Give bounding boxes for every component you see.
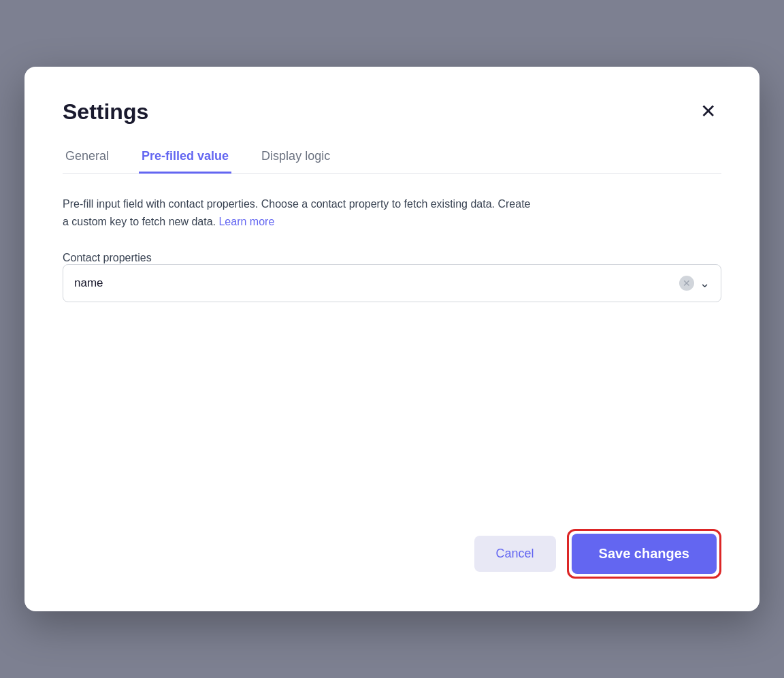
cancel-button[interactable]: Cancel: [474, 536, 556, 572]
modal-header: Settings ✕: [63, 99, 721, 125]
save-button-highlight: Save changes: [567, 529, 721, 579]
select-value: name: [74, 276, 679, 290]
tab-general[interactable]: General: [63, 141, 112, 174]
modal-footer: Cancel Save changes: [63, 496, 721, 579]
close-button[interactable]: ✕: [695, 99, 721, 124]
settings-modal: Settings ✕ General Pre-filled value Disp…: [24, 67, 760, 611]
contact-properties-section: Contact properties name ✕ ⌄: [63, 252, 721, 302]
select-clear-button[interactable]: ✕: [679, 276, 694, 291]
learn-more-link[interactable]: Learn more: [218, 216, 274, 227]
modal-title: Settings: [63, 99, 148, 125]
save-changes-button[interactable]: Save changes: [572, 534, 717, 574]
contact-properties-select[interactable]: name ✕ ⌄: [63, 264, 721, 302]
tabs-container: General Pre-filled value Display logic: [63, 141, 721, 174]
contact-properties-label: Contact properties: [63, 252, 152, 263]
description-text: Pre-fill input field with contact proper…: [63, 195, 539, 230]
description-prefix: Pre-fill input field with contact proper…: [63, 198, 530, 227]
chevron-down-icon[interactable]: ⌄: [700, 276, 710, 291]
tab-display-logic[interactable]: Display logic: [259, 141, 333, 174]
modal-overlay: Settings ✕ General Pre-filled value Disp…: [0, 0, 784, 678]
tab-pre-filled-value[interactable]: Pre-filled value: [139, 141, 231, 174]
